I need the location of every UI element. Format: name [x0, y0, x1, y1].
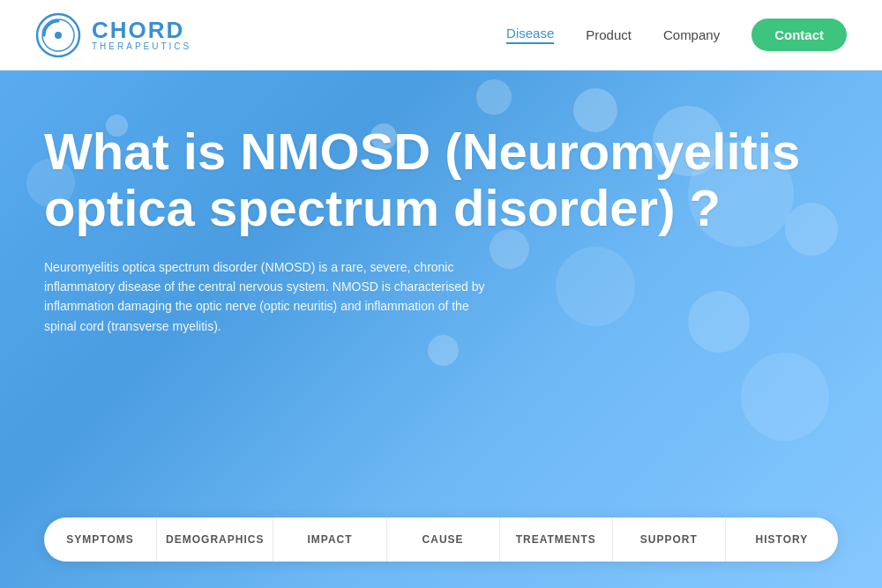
logo-text-area: CHORD THERAPEUTICS: [92, 19, 191, 51]
hero-section: What is NMOSD (Neuromyelitis optica spec…: [0, 71, 882, 588]
tab-demographics[interactable]: DEMOGRAPHICS: [157, 517, 273, 562]
hero-description: Neuromyelitis optica spectrum disorder (…: [44, 257, 485, 337]
logo-main-text: CHORD: [92, 19, 191, 41]
hero-title: What is NMOSD (Neuromyelitis optica spec…: [44, 123, 838, 236]
nav-disease[interactable]: Disease: [506, 26, 554, 44]
header: CHORD THERAPEUTICS Disease Product Compa…: [0, 0, 882, 71]
tab-history[interactable]: HISTORY: [726, 517, 838, 562]
nav-product[interactable]: Product: [586, 27, 632, 42]
hero-content: What is NMOSD (Neuromyelitis optica spec…: [0, 71, 882, 588]
svg-point-2: [55, 32, 62, 39]
tab-treatments[interactable]: TREATMENTS: [500, 517, 613, 562]
logo-sub-text: THERAPEUTICS: [92, 41, 191, 51]
nav-company[interactable]: Company: [663, 27, 720, 42]
contact-button[interactable]: Contact: [751, 19, 847, 51]
tab-symptoms[interactable]: SYMPTOMS: [44, 517, 157, 562]
disease-tabs: SYMPTOMS DEMOGRAPHICS IMPACT CAUSE TREAT…: [44, 517, 838, 562]
logo-area: CHORD THERAPEUTICS: [35, 12, 191, 58]
main-nav: Disease Product Company Contact: [506, 19, 847, 51]
logo-icon: [35, 12, 81, 58]
tab-cause[interactable]: CAUSE: [387, 517, 500, 562]
tab-impact[interactable]: IMPACT: [273, 517, 386, 562]
tab-support[interactable]: SUPPORT: [613, 517, 726, 562]
